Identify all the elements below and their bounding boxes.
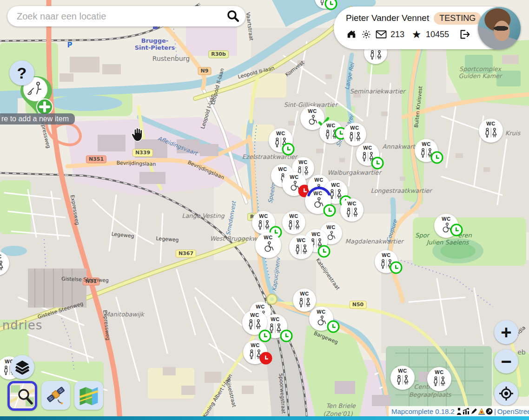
marker-wc-label: WC — [317, 309, 325, 315]
map-style-carto-button[interactable] — [74, 381, 103, 410]
toilet-marker[interactable]: WC — [282, 211, 305, 234]
toilet-marker[interactable]: WC — [375, 250, 398, 273]
marker-wc-label: WC — [326, 123, 335, 128]
zoom-in-button[interactable]: + — [494, 320, 518, 344]
marker-wc-label: WC — [276, 131, 285, 136]
toilet-type-icon — [483, 126, 499, 139]
toilet-type-icon — [297, 296, 312, 308]
search-icon[interactable] — [226, 9, 240, 24]
toilet-type-icon — [286, 219, 302, 231]
toilet-marker[interactable]: WC — [415, 139, 438, 162]
bar-chart-icon[interactable] — [463, 408, 470, 414]
home-icon[interactable] — [346, 29, 357, 40]
open-clock-badge — [327, 321, 340, 333]
layers-icon — [14, 359, 30, 375]
marker-wc-label: WC — [314, 177, 323, 183]
toilet-type-icon — [246, 318, 263, 331]
zoom-out-label: − — [501, 351, 511, 372]
toilet-type-icon — [347, 131, 363, 143]
marker-wc-label: WC — [264, 235, 272, 240]
marker-wc-label: WC — [0, 254, 2, 259]
toilet-marker[interactable]: WC — [309, 307, 333, 331]
toilet-marker[interactable]: WC — [390, 366, 415, 390]
settings-gear-icon[interactable] — [361, 29, 372, 40]
toilet-marker[interactable]: WC — [356, 143, 379, 166]
user-avatar[interactable] — [478, 7, 521, 50]
toilet-marker[interactable]: WC — [343, 123, 366, 146]
marker-wc-label: WC — [331, 183, 340, 188]
attribution-bar: Mapcomplete 0.18.2 — [389, 406, 529, 416]
open-clock-badge — [450, 224, 463, 236]
crosshair-icon — [499, 386, 514, 401]
marker-wc-label: WC — [442, 217, 450, 222]
help-label: ? — [17, 64, 27, 82]
marker-wc-label: WC — [251, 343, 259, 348]
toilet-marker[interactable]: WC — [305, 188, 331, 214]
mapcomplete-app: Brugge- Sint-PietersRustenburgPN9R30bN37… — [0, 0, 529, 420]
marker-wc-label: WC — [326, 225, 335, 230]
map-style-osm-button[interactable] — [7, 381, 37, 411]
mapcomplete-version-link[interactable]: Mapcomplete 0.18.2 — [391, 407, 455, 415]
messages-envelope-icon[interactable] — [376, 29, 387, 40]
logout-icon[interactable] — [459, 29, 470, 40]
marker-wc-label: WC — [308, 109, 317, 114]
changesets-count: 10455 — [426, 30, 449, 39]
messages-count: 213 — [390, 30, 404, 39]
closed-clock-badge — [260, 352, 272, 365]
marker-wc-label: WC — [422, 142, 430, 147]
search-bar — [7, 6, 245, 26]
zoom-out-button[interactable]: − — [494, 349, 518, 374]
attribution-separator: | — [494, 407, 496, 415]
zoom-in-label: + — [501, 322, 511, 343]
folded-map-icon — [78, 385, 99, 406]
open-clock-badge — [325, 0, 337, 10]
toilet-marker[interactable]: WC — [269, 128, 293, 152]
open-clock-badge — [390, 262, 403, 274]
share-link-icon[interactable] — [486, 408, 493, 415]
marker-wc-label: WC — [298, 160, 307, 165]
toilet-marker[interactable]: WC — [315, 0, 336, 9]
toilet-marker[interactable]: WC — [319, 120, 343, 144]
toilet-type-icon — [368, 49, 384, 61]
toilet-marker[interactable]: WC — [289, 235, 313, 259]
star-icon[interactable]: ★ — [411, 29, 422, 40]
user-name: Pieter Vander Vennet — [346, 13, 429, 23]
josm-icon[interactable] — [478, 408, 485, 415]
open-clock-badge — [282, 143, 295, 156]
search-input[interactable] — [16, 11, 226, 22]
marker-wc-label: WC — [289, 214, 298, 219]
satellite-icon — [46, 385, 66, 406]
toilet-type-icon — [344, 206, 360, 218]
background-style-switcher — [7, 381, 103, 411]
help-button[interactable]: ? — [9, 60, 34, 85]
toilet-marker[interactable]: WC — [282, 172, 306, 196]
geolocate-button[interactable] — [494, 381, 518, 406]
toilet-marker[interactable]: WC — [340, 198, 364, 222]
toilet-type-icon — [293, 243, 309, 256]
osm-map-icon — [10, 383, 35, 408]
toilet-marker[interactable]: WC — [0, 251, 9, 276]
toilet-marker[interactable]: WC — [479, 118, 503, 143]
toilet-type-icon — [431, 375, 447, 387]
marker-wc-label: WC — [271, 317, 279, 322]
map-style-satellite-button[interactable] — [41, 381, 70, 410]
edit-pencil-icon[interactable] — [470, 408, 477, 415]
toilet-marker[interactable]: WC — [255, 232, 281, 258]
user-statistics-icon[interactable] — [456, 408, 462, 415]
marker-wc-label: WC — [382, 253, 390, 258]
toilet-type-icon — [395, 374, 410, 386]
add-item-tooltip: re to add a new item — [0, 113, 75, 125]
toilet-marker[interactable]: WC — [427, 367, 451, 391]
marker-wc-label: WC — [486, 121, 495, 126]
layers-button[interactable] — [10, 355, 34, 379]
marker-wc-label: WC — [311, 232, 320, 237]
toilet-marker[interactable]: WC — [242, 310, 267, 335]
toilet-type-icon — [260, 240, 277, 254]
toilet-marker[interactable]: WC — [293, 289, 316, 312]
toilet-marker[interactable]: WC — [434, 214, 458, 238]
toilet-marker[interactable]: WC — [252, 211, 275, 234]
marker-wc-label: WC — [300, 291, 309, 296]
toilet-marker[interactable]: WC — [243, 340, 267, 364]
openstreetmap-link[interactable]: OpenStreetMap — [497, 407, 529, 415]
open-clock-badge — [259, 330, 271, 342]
